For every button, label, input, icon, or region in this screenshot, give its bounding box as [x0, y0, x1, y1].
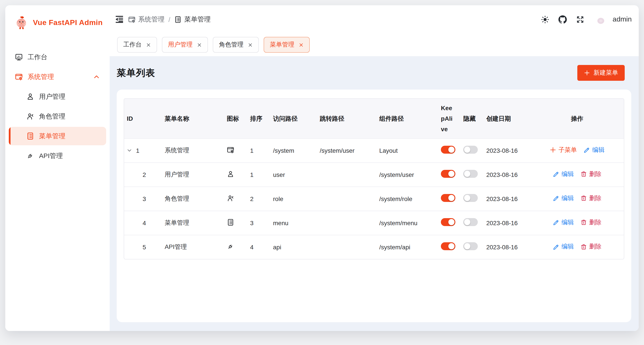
hidden-toggle[interactable] — [464, 218, 478, 226]
action-label: 编辑 — [562, 170, 574, 178]
action-edit[interactable]: 编辑 — [553, 194, 574, 202]
expand-row-icon[interactable] — [127, 148, 132, 153]
sidebar-item-user[interactable]: 用户管理 — [9, 87, 106, 106]
cell-order: 2 — [245, 187, 268, 211]
menu-table-wrap: ID菜单名称图标排序访问路径跳转路径组件路径KeepAlive隐藏创建日期操作 … — [124, 98, 624, 259]
trash-icon — [580, 195, 587, 202]
action-label: 删除 — [589, 219, 602, 226]
collapse-sidebar-button[interactable] — [115, 15, 124, 24]
tab-user[interactable]: 用户管理 — [162, 37, 208, 53]
table-row: 5 API管理 4 api /system/api 2023-08-16 编辑 … — [124, 235, 624, 259]
pencil-icon — [553, 219, 559, 226]
sidebar-item-menu[interactable]: 菜单管理 — [9, 127, 106, 145]
hidden-toggle[interactable] — [464, 194, 478, 202]
action-edit[interactable]: 编辑 — [553, 219, 574, 226]
action-delete[interactable]: 删除 — [580, 219, 602, 226]
sidebar-menu: 工作台 系统管理 用户管理 角色管理 菜单管理 API管理 — [5, 40, 110, 166]
chick-icon — [14, 15, 29, 30]
hidden-toggle[interactable] — [464, 146, 478, 154]
close-icon[interactable] — [299, 42, 304, 47]
api-icon — [227, 243, 234, 250]
tab-menu[interactable]: 菜单管理 — [264, 37, 310, 53]
action-edit[interactable]: 编辑 — [553, 170, 574, 178]
cell-order: 1 — [245, 138, 268, 162]
pencil-icon — [553, 195, 559, 202]
cell-id: 2 — [124, 162, 160, 187]
breadcrumb-label: 菜单管理 — [184, 15, 210, 24]
row-id: 2 — [142, 171, 146, 178]
breadcrumb-label: 系统管理 — [138, 15, 164, 24]
github-button[interactable] — [559, 15, 567, 24]
table-row: 3 角色管理 2 role /system/role 2023-08-16 编辑… — [124, 187, 624, 211]
column-header-name: 菜单名称 — [160, 99, 222, 138]
cell-date: 2023-08-16 — [481, 187, 530, 211]
cell-actions: 编辑 删除 — [530, 187, 624, 211]
close-icon[interactable] — [248, 42, 253, 47]
menu-icon — [174, 16, 182, 23]
app-window: Vue FastAPI Admin 工作台 系统管理 用户管理 角色管理 菜单管… — [5, 5, 639, 331]
system-icon — [15, 73, 23, 81]
sidebar-item-workbench[interactable]: 工作台 — [9, 48, 106, 66]
action-delete[interactable]: 删除 — [580, 243, 602, 251]
cell-id: 1 — [124, 138, 160, 162]
theme-button[interactable] — [541, 15, 550, 24]
column-header-path: 访问路径 — [268, 99, 314, 138]
row-id: 4 — [142, 219, 146, 226]
app-logo: Vue FastAPI Admin — [5, 5, 110, 40]
column-header-id: ID — [124, 99, 160, 138]
cell-actions: 编辑 删除 — [530, 162, 624, 187]
tab-label: 用户管理 — [168, 41, 192, 49]
column-header-hidden: 隐藏 — [458, 99, 481, 138]
avatar[interactable] — [594, 12, 608, 27]
keepalive-toggle[interactable] — [441, 170, 455, 178]
keepalive-toggle[interactable] — [441, 146, 455, 154]
action-submenu[interactable]: 子菜单 — [550, 146, 577, 154]
chevron-up-icon — [92, 73, 100, 81]
cell-keepalive — [436, 211, 458, 235]
row-id: 5 — [142, 244, 146, 251]
action-edit[interactable]: 编辑 — [553, 243, 574, 251]
column-header-actions: 操作 — [530, 99, 624, 138]
close-icon[interactable] — [146, 42, 151, 47]
action-delete[interactable]: 删除 — [580, 194, 602, 202]
close-icon[interactable] — [197, 42, 202, 47]
hidden-toggle[interactable] — [464, 242, 478, 250]
menu-table: ID菜单名称图标排序访问路径跳转路径组件路径KeepAlive隐藏创建日期操作 … — [124, 99, 624, 259]
cell-actions: 编辑 删除 — [530, 235, 624, 259]
sidebar-item-system[interactable]: 系统管理 — [9, 68, 106, 86]
action-label: 编辑 — [562, 219, 574, 226]
breadcrumb-item-menu[interactable]: 菜单管理 — [174, 15, 210, 24]
app-title: Vue FastAPI Admin — [33, 19, 103, 27]
keepalive-toggle[interactable] — [441, 242, 455, 250]
cell-icon — [222, 235, 245, 259]
pencil-icon — [584, 147, 590, 153]
user-menu[interactable]: admin — [594, 12, 632, 27]
breadcrumb-item-system[interactable]: 系统管理 — [128, 15, 164, 24]
plus-icon — [550, 147, 556, 153]
hidden-toggle[interactable] — [464, 170, 478, 178]
keepalive-toggle[interactable] — [441, 194, 455, 202]
cell-id: 3 — [124, 187, 160, 211]
cell-actions: 子菜单 编辑 — [530, 138, 624, 162]
column-header-keepalive: KeepAlive — [436, 99, 458, 138]
cell-component: /system/api — [374, 235, 436, 259]
sidebar-item-role[interactable]: 角色管理 — [9, 107, 106, 126]
tab-workbench[interactable]: 工作台 — [117, 37, 157, 53]
cell-hidden — [458, 138, 481, 162]
keepalive-toggle[interactable] — [441, 218, 455, 226]
sidebar-item-api[interactable]: API管理 — [9, 147, 106, 165]
cell-date: 2023-08-16 — [481, 211, 530, 235]
column-header-date: 创建日期 — [481, 99, 530, 138]
cell-redirect — [314, 235, 374, 259]
sidebar: Vue FastAPI Admin 工作台 系统管理 用户管理 角色管理 菜单管… — [5, 5, 110, 331]
action-edit[interactable]: 编辑 — [584, 146, 604, 154]
new-menu-button[interactable]: 新建菜单 — [577, 65, 625, 81]
cell-redirect — [314, 211, 374, 235]
fullscreen-button[interactable] — [576, 15, 584, 24]
github-icon — [559, 15, 567, 24]
cell-menu-name: API管理 — [160, 235, 222, 259]
role-icon — [227, 194, 234, 202]
action-delete[interactable]: 删除 — [580, 170, 602, 178]
tab-role[interactable]: 角色管理 — [213, 37, 259, 53]
table-row: 2 用户管理 1 user /system/user 2023-08-16 编辑… — [124, 162, 624, 187]
